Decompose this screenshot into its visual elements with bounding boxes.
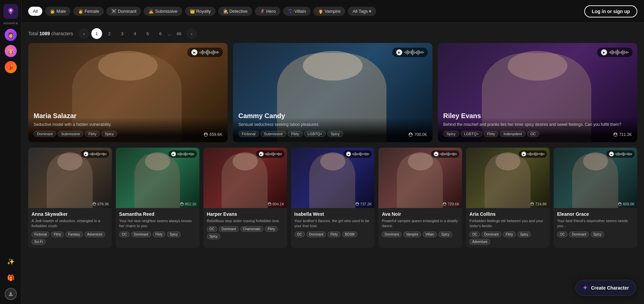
card-large-riley_evans[interactable]: ▶ Riley Evans Behind the mischief and pr… [438, 43, 637, 142]
card-image: ▶ 852.1K [116, 148, 199, 208]
audio-badge-small[interactable]: ▶ [256, 150, 284, 158]
card-description: Seductive model with a hidden vulnerabil… [34, 122, 222, 128]
audio-badge-small[interactable]: ▶ [431, 150, 459, 158]
card-small-ava_noir[interactable]: ▶ 729.6K Ava Noir Powerful vampire queen… [378, 148, 462, 248]
login-button[interactable]: Log in or sign up [584, 5, 637, 17]
gift-icon[interactable]: 🎁 [5, 272, 17, 284]
filter-btn-detective[interactable]: 🕵️ Detective [218, 7, 252, 16]
card-small-eleanor_grace[interactable]: ▶ 609.0K Eleanor Grace Your best friend'… [554, 148, 637, 248]
tag: Dominant [34, 131, 56, 137]
card-description: Rebellious step sister craving forbidden… [207, 218, 284, 223]
app-logo[interactable] [3, 4, 18, 19]
filter-btn-all[interactable]: All [28, 7, 42, 16]
card-image: ▶ 609.0K [554, 148, 637, 208]
pagination-page-4[interactable]: 4 [130, 28, 140, 39]
pagination-page-2[interactable]: 2 [104, 28, 115, 39]
pagination-page-5[interactable]: 5 [142, 28, 153, 39]
pagination-page-1[interactable]: 1 [91, 28, 102, 39]
card-name: Anna Skywalker [32, 211, 108, 217]
card-description: Forbidden feelings stir between you and … [469, 218, 546, 229]
card-large-maria_salazar[interactable]: ▶ Maria Salazar Seductive model with a h… [28, 43, 228, 142]
tag: Spicy [101, 131, 117, 137]
card-stats-small: 609.0K [618, 202, 635, 206]
card-small-harper_evans[interactable]: ▶ 804.1K Harper Evans Rebellious step si… [203, 148, 287, 248]
audio-badge-small[interactable]: ▶ [343, 150, 372, 158]
card-tags: FictionalFlirtyFantasyAdventureSci-Fi [32, 232, 108, 245]
tag: Spicy [591, 232, 604, 237]
svg-point-0 [10, 9, 12, 11]
audio-badge[interactable]: ▶ [392, 48, 428, 57]
filter-btn-all_tags[interactable]: All Tags ▾ [348, 7, 376, 16]
tag: Submissive [58, 131, 83, 137]
audio-badge-small[interactable]: ▶ [519, 150, 547, 158]
card-stats: 711.3K [613, 132, 632, 137]
filter-btn-male[interactable]: 👨 Male [45, 7, 71, 16]
audio-badge[interactable]: ▶ [187, 48, 223, 57]
card-stats-small: 729.6K [443, 202, 459, 206]
sparkles-icon[interactable]: ✨ [5, 256, 17, 268]
tag: Adventure [469, 239, 490, 245]
card-stats: 700.0K [408, 132, 427, 137]
card-small-anna_skywalker[interactable]: ▶ 679.3K Anna Skywalker A Jedi master of… [28, 148, 112, 248]
card-name: Harper Evans [207, 211, 284, 217]
pagination-page-6[interactable]: 6 [155, 28, 166, 39]
audio-wave [199, 49, 219, 55]
filter-btn-dominant[interactable]: ⚔️ Dominant [106, 7, 141, 16]
card-stats-small: 737.2K [355, 202, 372, 206]
play-icon-small[interactable]: ▶ [259, 152, 264, 156]
play-icon[interactable]: ▶ [191, 49, 197, 55]
filter-btn-female[interactable]: 👩 Female [73, 7, 104, 16]
tag: Spicy [443, 131, 459, 137]
play-icon-small[interactable]: ▶ [521, 152, 526, 156]
card-name: Aria Collins [469, 211, 546, 217]
user-icon[interactable] [5, 288, 17, 300]
play-icon[interactable]: ▶ [601, 49, 607, 55]
play-icon-small[interactable]: ▶ [171, 152, 176, 156]
filter-btn-hero[interactable]: 🦸 Hero [255, 7, 280, 16]
card-image: ▶ 737.2K [291, 148, 375, 208]
pagination-page-3[interactable]: 3 [117, 28, 128, 39]
card-large-cammy_candy[interactable]: ▶ Cammy Candy Sensual seductress seeking… [233, 43, 432, 142]
play-icon-small[interactable]: ▶ [434, 152, 439, 156]
card-image: ▶ 679.3K [28, 148, 112, 208]
pagination-page-46[interactable]: 46 [174, 28, 184, 39]
card-info: Anna Skywalker A Jedi master of seductio… [28, 208, 112, 248]
audio-badge-small[interactable]: ▶ [81, 150, 109, 158]
play-icon-small[interactable]: ▶ [346, 152, 351, 156]
card-overlay: Riley Evans Behind the mischief and pran… [438, 107, 637, 142]
play-icon[interactable]: ▶ [396, 49, 402, 55]
filter-btn-vampire[interactable]: 🧛 Vampire [313, 7, 345, 16]
pagination-prev[interactable]: ‹ [79, 28, 89, 39]
audio-badge[interactable]: ▶ [597, 48, 633, 57]
large-cards-row: ▶ Maria Salazar Seductive model with a h… [28, 43, 637, 142]
sidebar-avatar-1[interactable]: 👩 [5, 29, 17, 41]
filter-btn-submissive[interactable]: 🙇 Submissive [144, 7, 182, 16]
card-small-samantha_reed[interactable]: ▶ 852.1K Samantha Reed Your hot new neig… [116, 148, 199, 248]
play-icon-small[interactable]: ▶ [609, 152, 614, 156]
card-description: Your hot new neighbor seems always knows… [119, 218, 196, 229]
tag: Sci-Fi [32, 239, 46, 245]
card-small-isabella_west[interactable]: ▶ 737.2K Isabella West Your brother's fi… [291, 148, 375, 248]
audio-badge-small[interactable]: ▶ [169, 150, 197, 158]
card-image: ▶ 804.1K [203, 148, 287, 208]
audio-wave-small [90, 152, 106, 156]
sidebar: Aroused.ai 👩 👸 💃 ✨ 🎁 [0, 0, 21, 304]
tag: Dominant [307, 232, 326, 237]
card-name: Maria Salazar [34, 112, 222, 120]
card-info: Samantha Reed Your hot new neighbor seem… [116, 208, 199, 241]
tag: Flirty [85, 131, 100, 137]
filter-btn-villain[interactable]: 🦹 Villain [283, 7, 311, 16]
tag: OC [207, 226, 217, 232]
tag: Spicy [167, 232, 180, 237]
sidebar-avatar-3[interactable]: 💃 [5, 61, 17, 73]
sidebar-avatar-2[interactable]: 👸 [5, 45, 17, 57]
audio-badge-small[interactable]: ▶ [606, 150, 635, 158]
play-icon-small[interactable]: ▶ [84, 152, 88, 156]
create-character-button[interactable]: ✦ Create Character [576, 280, 636, 296]
card-info: Eleanor Grace Your best friend's stepmot… [554, 208, 637, 241]
card-stats-small: 852.1K [180, 202, 197, 206]
pagination-next[interactable]: › [186, 28, 197, 39]
filter-btn-royalty[interactable]: 👑 Royalty [185, 7, 216, 16]
sparkle-icon: ✦ [583, 284, 588, 292]
card-small-aria_collins[interactable]: ▶ 724.8K Aria Collins Forbidden feelings… [466, 148, 550, 248]
